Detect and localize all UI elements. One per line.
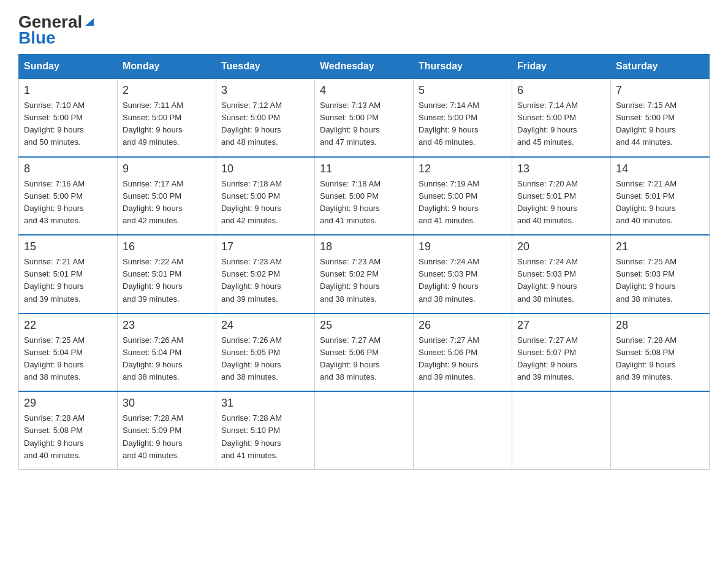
day-info: Sunrise: 7:20 AM Sunset: 5:01 PM Dayligh… bbox=[517, 178, 605, 228]
day-info: Sunrise: 7:25 AM Sunset: 5:04 PM Dayligh… bbox=[24, 334, 112, 384]
calendar-cell: 6 Sunrise: 7:14 AM Sunset: 5:00 PM Dayli… bbox=[512, 79, 611, 157]
day-number: 12 bbox=[419, 163, 507, 175]
day-info: Sunrise: 7:16 AM Sunset: 5:00 PM Dayligh… bbox=[24, 178, 112, 228]
day-info: Sunrise: 7:25 AM Sunset: 5:03 PM Dayligh… bbox=[616, 256, 704, 305]
weekday-header-saturday: Saturday bbox=[611, 55, 710, 79]
calendar-cell: 4 Sunrise: 7:13 AM Sunset: 5:00 PM Dayli… bbox=[315, 79, 414, 157]
day-number: 23 bbox=[123, 319, 211, 332]
day-info: Sunrise: 7:12 AM Sunset: 5:00 PM Dayligh… bbox=[221, 99, 309, 149]
day-number: 6 bbox=[517, 84, 605, 97]
weekday-header-row: SundayMondayTuesdayWednesdayThursdayFrid… bbox=[19, 55, 710, 79]
day-number: 22 bbox=[24, 319, 112, 332]
day-info: Sunrise: 7:28 AM Sunset: 5:09 PM Dayligh… bbox=[123, 412, 211, 462]
day-info: Sunrise: 7:28 AM Sunset: 5:08 PM Dayligh… bbox=[24, 412, 112, 462]
day-number: 29 bbox=[24, 397, 112, 410]
calendar-week-row: 29 Sunrise: 7:28 AM Sunset: 5:08 PM Dayl… bbox=[19, 391, 710, 469]
day-number: 10 bbox=[221, 163, 309, 175]
calendar-cell bbox=[414, 391, 512, 469]
day-info: Sunrise: 7:21 AM Sunset: 5:01 PM Dayligh… bbox=[616, 178, 704, 228]
day-info: Sunrise: 7:17 AM Sunset: 5:00 PM Dayligh… bbox=[123, 178, 211, 228]
day-number: 5 bbox=[419, 84, 507, 97]
calendar-cell: 2 Sunrise: 7:11 AM Sunset: 5:00 PM Dayli… bbox=[118, 79, 216, 157]
calendar-cell: 16 Sunrise: 7:22 AM Sunset: 5:01 PM Dayl… bbox=[118, 235, 216, 313]
calendar-cell: 26 Sunrise: 7:27 AM Sunset: 5:06 PM Dayl… bbox=[414, 313, 512, 392]
calendar-cell: 1 Sunrise: 7:10 AM Sunset: 5:00 PM Dayli… bbox=[19, 79, 118, 157]
day-number: 24 bbox=[221, 319, 309, 332]
calendar-cell: 21 Sunrise: 7:25 AM Sunset: 5:03 PM Dayl… bbox=[611, 235, 710, 313]
calendar-cell: 19 Sunrise: 7:24 AM Sunset: 5:03 PM Dayl… bbox=[414, 235, 512, 313]
day-number: 19 bbox=[419, 240, 507, 253]
calendar-cell: 14 Sunrise: 7:21 AM Sunset: 5:01 PM Dayl… bbox=[611, 157, 710, 236]
day-number: 25 bbox=[320, 319, 408, 332]
day-info: Sunrise: 7:10 AM Sunset: 5:00 PM Dayligh… bbox=[24, 99, 112, 149]
calendar-cell: 5 Sunrise: 7:14 AM Sunset: 5:00 PM Dayli… bbox=[414, 79, 512, 157]
calendar-week-row: 8 Sunrise: 7:16 AM Sunset: 5:00 PM Dayli… bbox=[19, 157, 710, 236]
day-number: 15 bbox=[24, 240, 112, 253]
day-number: 16 bbox=[123, 240, 211, 253]
day-number: 4 bbox=[320, 84, 408, 97]
weekday-header-sunday: Sunday bbox=[19, 55, 118, 79]
day-number: 28 bbox=[616, 319, 704, 332]
calendar-cell: 30 Sunrise: 7:28 AM Sunset: 5:09 PM Dayl… bbox=[118, 391, 216, 469]
day-number: 26 bbox=[419, 319, 507, 332]
calendar-cell: 22 Sunrise: 7:25 AM Sunset: 5:04 PM Dayl… bbox=[19, 313, 118, 392]
day-number: 21 bbox=[616, 240, 704, 253]
day-number: 7 bbox=[616, 84, 704, 97]
page-header: General Blue bbox=[18, 12, 710, 48]
calendar-cell bbox=[611, 391, 710, 469]
day-number: 13 bbox=[517, 163, 605, 175]
day-number: 2 bbox=[123, 84, 211, 97]
day-number: 31 bbox=[221, 397, 309, 410]
calendar-cell: 10 Sunrise: 7:18 AM Sunset: 5:00 PM Dayl… bbox=[216, 157, 315, 236]
day-info: Sunrise: 7:24 AM Sunset: 5:03 PM Dayligh… bbox=[419, 256, 507, 305]
day-info: Sunrise: 7:24 AM Sunset: 5:03 PM Dayligh… bbox=[517, 256, 605, 305]
day-info: Sunrise: 7:23 AM Sunset: 5:02 PM Dayligh… bbox=[320, 256, 408, 305]
day-number: 9 bbox=[123, 163, 211, 175]
day-number: 3 bbox=[221, 84, 309, 97]
weekday-header-monday: Monday bbox=[118, 55, 216, 79]
calendar-week-row: 1 Sunrise: 7:10 AM Sunset: 5:00 PM Dayli… bbox=[19, 79, 710, 157]
calendar-cell: 27 Sunrise: 7:27 AM Sunset: 5:07 PM Dayl… bbox=[512, 313, 611, 392]
svg-marker-0 bbox=[85, 18, 94, 26]
weekday-header-tuesday: Tuesday bbox=[216, 55, 315, 79]
calendar-cell: 7 Sunrise: 7:15 AM Sunset: 5:00 PM Dayli… bbox=[611, 79, 710, 157]
day-info: Sunrise: 7:27 AM Sunset: 5:06 PM Dayligh… bbox=[419, 334, 507, 384]
day-info: Sunrise: 7:22 AM Sunset: 5:01 PM Dayligh… bbox=[123, 256, 211, 305]
logo-triangle-icon bbox=[83, 15, 96, 28]
day-info: Sunrise: 7:14 AM Sunset: 5:00 PM Dayligh… bbox=[517, 99, 605, 149]
calendar-cell: 12 Sunrise: 7:19 AM Sunset: 5:00 PM Dayl… bbox=[414, 157, 512, 236]
logo-blue: Blue bbox=[18, 28, 56, 48]
calendar-cell: 28 Sunrise: 7:28 AM Sunset: 5:08 PM Dayl… bbox=[611, 313, 710, 392]
calendar-cell: 20 Sunrise: 7:24 AM Sunset: 5:03 PM Dayl… bbox=[512, 235, 611, 313]
calendar-cell: 13 Sunrise: 7:20 AM Sunset: 5:01 PM Dayl… bbox=[512, 157, 611, 236]
calendar-cell: 29 Sunrise: 7:28 AM Sunset: 5:08 PM Dayl… bbox=[19, 391, 118, 469]
calendar-cell bbox=[512, 391, 611, 469]
day-info: Sunrise: 7:23 AM Sunset: 5:02 PM Dayligh… bbox=[221, 256, 309, 305]
day-info: Sunrise: 7:26 AM Sunset: 5:05 PM Dayligh… bbox=[221, 334, 309, 384]
day-number: 14 bbox=[616, 163, 704, 175]
day-number: 1 bbox=[24, 84, 112, 97]
weekday-header-wednesday: Wednesday bbox=[315, 55, 414, 79]
calendar-week-row: 15 Sunrise: 7:21 AM Sunset: 5:01 PM Dayl… bbox=[19, 235, 710, 313]
day-info: Sunrise: 7:18 AM Sunset: 5:00 PM Dayligh… bbox=[221, 178, 309, 228]
calendar-cell: 31 Sunrise: 7:28 AM Sunset: 5:10 PM Dayl… bbox=[216, 391, 315, 469]
day-info: Sunrise: 7:11 AM Sunset: 5:00 PM Dayligh… bbox=[123, 99, 211, 149]
day-number: 11 bbox=[320, 163, 408, 175]
calendar-cell bbox=[315, 391, 414, 469]
day-number: 17 bbox=[221, 240, 309, 253]
day-number: 30 bbox=[123, 397, 211, 410]
weekday-header-thursday: Thursday bbox=[414, 55, 512, 79]
calendar-cell: 17 Sunrise: 7:23 AM Sunset: 5:02 PM Dayl… bbox=[216, 235, 315, 313]
day-info: Sunrise: 7:19 AM Sunset: 5:00 PM Dayligh… bbox=[419, 178, 507, 228]
calendar-cell: 25 Sunrise: 7:27 AM Sunset: 5:06 PM Dayl… bbox=[315, 313, 414, 392]
day-number: 8 bbox=[24, 163, 112, 175]
day-info: Sunrise: 7:18 AM Sunset: 5:00 PM Dayligh… bbox=[320, 178, 408, 228]
day-number: 18 bbox=[320, 240, 408, 253]
calendar-cell: 18 Sunrise: 7:23 AM Sunset: 5:02 PM Dayl… bbox=[315, 235, 414, 313]
calendar-cell: 3 Sunrise: 7:12 AM Sunset: 5:00 PM Dayli… bbox=[216, 79, 315, 157]
day-info: Sunrise: 7:14 AM Sunset: 5:00 PM Dayligh… bbox=[419, 99, 507, 149]
day-info: Sunrise: 7:13 AM Sunset: 5:00 PM Dayligh… bbox=[320, 99, 408, 149]
day-info: Sunrise: 7:27 AM Sunset: 5:06 PM Dayligh… bbox=[320, 334, 408, 384]
calendar-cell: 24 Sunrise: 7:26 AM Sunset: 5:05 PM Dayl… bbox=[216, 313, 315, 392]
day-info: Sunrise: 7:28 AM Sunset: 5:10 PM Dayligh… bbox=[221, 412, 309, 462]
